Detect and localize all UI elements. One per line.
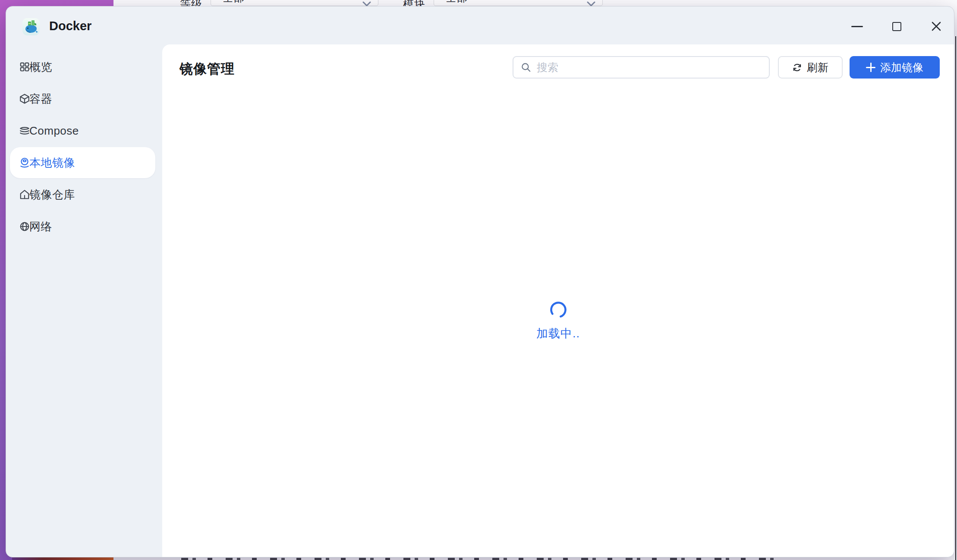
sidebar-item-label: 镜像仓库 (29, 187, 75, 202)
globe-icon (19, 221, 30, 232)
close-icon (931, 21, 942, 32)
refresh-icon (792, 63, 802, 72)
window-title: Docker (49, 19, 91, 33)
sidebar-item-network[interactable]: 网络 (10, 211, 155, 242)
sidebar-item-label: 本地镜像 (29, 155, 75, 170)
docker-logo-icon (22, 18, 40, 36)
minimize-icon (851, 26, 863, 27)
close-button[interactable] (929, 19, 944, 34)
sidebar-item-local-images[interactable]: 本地镜像 (10, 147, 155, 178)
sidebar-item-label: 网络 (29, 219, 52, 234)
add-image-button[interactable]: 添加镜像 (850, 56, 940, 79)
maximize-icon (892, 22, 901, 31)
loading-text: 加载中.. (536, 326, 580, 341)
filter-select-level[interactable]: 全部 (211, 0, 378, 6)
sidebar: 概览 容器 Compose (6, 44, 162, 557)
minimize-button[interactable] (849, 19, 865, 34)
sidebar-item-compose[interactable]: Compose (10, 115, 155, 146)
sidebar-item-label: Compose (29, 124, 79, 138)
filter-label-level: 等级 (180, 0, 202, 6)
disc-icon (19, 157, 30, 168)
docker-window: Docker 概览 容器 (6, 6, 954, 557)
search-input[interactable] (537, 61, 764, 74)
chevron-down-icon (587, 1, 595, 6)
sidebar-item-label: 概览 (29, 60, 52, 75)
sidebar-item-registry[interactable]: 镜像仓库 (10, 179, 155, 210)
titlebar: Docker (6, 6, 954, 44)
sidebar-item-containers[interactable]: 容器 (10, 83, 155, 114)
grid-icon (19, 61, 30, 72)
refresh-button[interactable]: 刷新 (778, 56, 843, 79)
plus-icon (866, 63, 875, 72)
loading-indicator: 加载中.. (162, 301, 954, 341)
page-title: 镜像管理 (179, 60, 235, 78)
background-filter-row: 等级 全部 模块 全部 (113, 0, 957, 6)
sidebar-item-overview[interactable]: 概览 (10, 51, 155, 82)
chevron-down-icon (362, 1, 371, 6)
maximize-button[interactable] (889, 19, 904, 34)
sidebar-item-label: 容器 (29, 91, 52, 107)
add-image-button-label: 添加镜像 (880, 60, 923, 75)
search-icon (520, 62, 532, 73)
filter-select-module[interactable]: 全部 (434, 0, 603, 6)
box-icon (19, 93, 30, 104)
background-window-edge-line (955, 36, 956, 560)
background-clipped-text-row (181, 558, 784, 560)
search-box (513, 56, 770, 79)
filter-select-level-value: 全部 (223, 0, 244, 5)
spinner-icon (549, 301, 567, 319)
filter-label-module: 模块 (403, 0, 425, 6)
home-icon (19, 189, 30, 200)
content-panel: 镜像管理 刷新 添加镜像 加载中.. (162, 44, 954, 557)
refresh-button-label: 刷新 (807, 60, 828, 75)
layers-icon (19, 125, 30, 136)
filter-select-module-value: 全部 (446, 0, 467, 5)
